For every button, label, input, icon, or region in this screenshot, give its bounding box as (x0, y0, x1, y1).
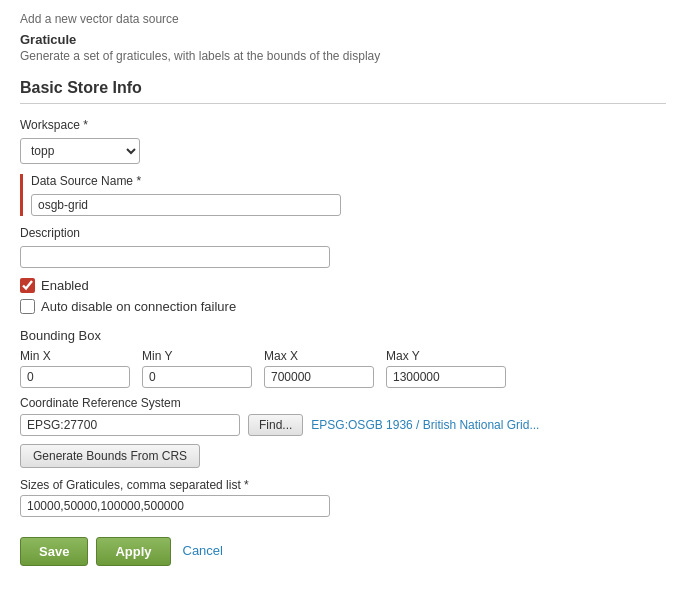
max-x-label: Max X (264, 349, 374, 363)
data-source-description: Generate a set of graticules, with label… (20, 49, 666, 63)
min-x-input[interactable] (20, 366, 130, 388)
crs-input[interactable] (20, 414, 240, 436)
section-title: Basic Store Info (20, 79, 666, 104)
description-input[interactable] (20, 246, 330, 268)
crs-link[interactable]: EPSG:OSGB 1936 / British National Grid..… (311, 418, 539, 432)
max-y-input[interactable] (386, 366, 506, 388)
max-x-input[interactable] (264, 366, 374, 388)
min-y-label: Min Y (142, 349, 252, 363)
enabled-checkbox[interactable] (20, 278, 35, 293)
find-button[interactable]: Find... (248, 414, 303, 436)
save-button[interactable]: Save (20, 537, 88, 566)
enabled-label: Enabled (41, 278, 89, 293)
apply-button[interactable]: Apply (96, 537, 170, 566)
bbox-max-y-field: Max Y (386, 349, 506, 388)
data-source-type: Graticule (20, 32, 666, 47)
page-subtitle: Add a new vector data source (20, 12, 666, 26)
workspace-select[interactable]: topp cite it.geosolutions sf tiger nurc (20, 138, 140, 164)
bbox-max-x-field: Max X (264, 349, 374, 388)
generate-bounds-button[interactable]: Generate Bounds From CRS (20, 444, 200, 468)
action-buttons: Save Apply Cancel (20, 537, 666, 566)
sizes-input[interactable] (20, 495, 330, 517)
datasource-name-label: Data Source Name (31, 174, 666, 188)
cancel-button[interactable]: Cancel (179, 537, 227, 566)
page-container: Add a new vector data source Graticule G… (0, 0, 686, 586)
auto-disable-checkbox[interactable] (20, 299, 35, 314)
bounding-box-title: Bounding Box (20, 328, 666, 343)
description-label: Description (20, 226, 666, 240)
crs-label: Coordinate Reference System (20, 396, 666, 410)
min-x-label: Min X (20, 349, 130, 363)
datasource-name-input[interactable]: osgb-grid (31, 194, 341, 216)
sizes-label: Sizes of Graticules, comma separated lis… (20, 478, 666, 492)
workspace-label: Workspace (20, 118, 666, 132)
max-y-label: Max Y (386, 349, 506, 363)
min-y-input[interactable] (142, 366, 252, 388)
bbox-min-y-field: Min Y (142, 349, 252, 388)
bbox-min-x-field: Min X (20, 349, 130, 388)
auto-disable-label: Auto disable on connection failure (41, 299, 236, 314)
